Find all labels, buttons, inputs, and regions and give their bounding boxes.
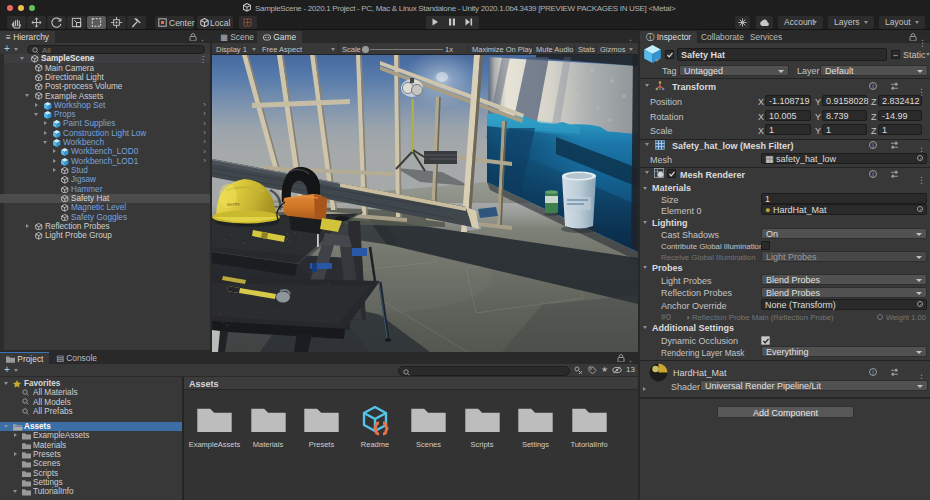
svg-text:Gentry: Gentry	[227, 201, 241, 207]
